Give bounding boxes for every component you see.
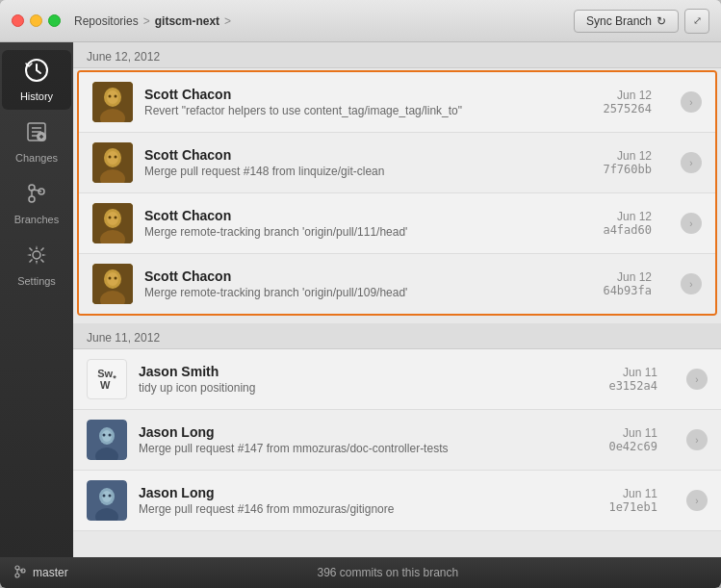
branches-icon (24, 181, 49, 210)
commit-item[interactable]: Scott Chacon Revert "refactor helpers to… (79, 72, 715, 133)
commit-message: Merge pull request #148 from linquize/gi… (144, 165, 603, 178)
commit-hash: 0e42c69 (608, 440, 657, 453)
highlighted-group: Scott Chacon Revert "refactor helpers to… (77, 70, 717, 316)
commit-arrow: › (681, 213, 702, 234)
commit-meta: Jun 12 64b93fa (603, 270, 652, 297)
commit-author: Jason Smith (139, 364, 608, 379)
svg-point-29 (109, 217, 112, 219)
commit-author: Scott Chacon (144, 268, 603, 284)
commit-arrow: › (681, 273, 702, 294)
svg-point-17 (109, 95, 112, 98)
commit-info: Scott Chacon Merge pull request #148 fro… (144, 147, 603, 178)
avatar (87, 420, 127, 460)
avatar (92, 142, 133, 183)
commit-message: Merge remote-tracking branch 'origin/pul… (144, 225, 603, 239)
commit-hash: 7f760bb (603, 163, 652, 176)
commit-author: Scott Chacon (144, 208, 603, 223)
commit-meta: Jun 12 a4fad60 (603, 210, 652, 237)
commit-author: Scott Chacon (144, 87, 603, 102)
sync-branch-label: Sync Branch (586, 14, 652, 28)
commit-hash: a4fad60 (603, 223, 652, 237)
maximize-button[interactable] (48, 14, 61, 27)
commit-arrow: › (681, 91, 702, 113)
commit-message: Merge pull request #146 from mmozuras/gi… (139, 502, 608, 516)
svg-point-36 (115, 277, 117, 280)
settings-icon (24, 243, 49, 271)
breadcrumb-repos[interactable]: Repositories (74, 14, 139, 28)
commit-info: Jason Long Merge pull request #146 from … (139, 485, 608, 516)
branch-indicator[interactable]: master (13, 565, 68, 581)
commit-author: Jason Long (139, 424, 608, 440)
commit-info: Jason Smith tidy up icon positioning (139, 364, 608, 395)
commit-message: Merge remote-tracking branch 'origin/pul… (144, 286, 603, 299)
commit-date: Jun 12 (603, 149, 652, 163)
title-bar: Repositories > gitscm-next > Sync Branch… (0, 0, 721, 42)
commit-hash: 1e71eb1 (608, 500, 657, 514)
expand-icon: ⤢ (693, 14, 702, 27)
svg-point-42 (109, 434, 112, 437)
sidebar-item-settings[interactable]: Settings (2, 235, 71, 294)
commit-author: Scott Chacon (144, 147, 603, 163)
breadcrumb: Repositories > gitscm-next > (74, 14, 574, 28)
sidebar-branches-label: Branches (14, 214, 59, 225)
commit-list-june11: SwW* Jason Smith tidy up icon positionin… (73, 349, 721, 531)
commit-item[interactable]: Scott Chacon Merge remote-tracking branc… (79, 193, 715, 254)
expand-button[interactable]: ⤢ (684, 9, 709, 34)
commit-arrow: › (681, 152, 702, 173)
branch-name: master (33, 566, 68, 579)
commit-date: Jun 12 (603, 89, 652, 102)
svg-point-47 (103, 495, 106, 498)
commit-item[interactable]: Jason Long Merge pull request #147 from … (73, 410, 721, 471)
commit-item[interactable]: Jason Long Merge pull request #146 from … (73, 471, 721, 531)
commit-item[interactable]: SwW* Jason Smith tidy up icon positionin… (73, 349, 721, 410)
minimize-button[interactable] (30, 14, 42, 27)
commit-arrow: › (686, 369, 708, 390)
sidebar-changes-label: Changes (15, 152, 58, 164)
history-icon (24, 58, 49, 87)
date-group-june11: June 11, 2012 SwW* Jason Smith tidy up i… (73, 323, 721, 531)
close-button[interactable] (12, 14, 24, 27)
breadcrumb-current-repo[interactable]: gitscm-next (155, 14, 219, 28)
commit-arrow: › (686, 429, 708, 450)
avatar (92, 264, 133, 304)
commit-meta: Jun 11 e3152a4 (608, 366, 657, 393)
commit-meta: Jun 12 2575264 (603, 89, 652, 115)
svg-point-50 (15, 574, 19, 577)
svg-point-16 (107, 90, 118, 104)
commit-meta: Jun 11 1e71eb1 (608, 487, 657, 514)
commit-info: Jason Long Merge pull request #147 from … (139, 424, 608, 455)
commit-item[interactable]: Scott Chacon Merge pull request #148 fro… (79, 133, 715, 193)
commit-message: Merge pull request #147 from mmozuras/do… (139, 442, 608, 455)
svg-point-34 (107, 272, 118, 286)
commit-date: Jun 11 (608, 487, 657, 500)
sync-branch-button[interactable]: Sync Branch ↻ (574, 10, 679, 33)
commit-date: Jun 12 (603, 210, 652, 223)
app-window: Repositories > gitscm-next > Sync Branch… (0, 0, 721, 588)
sidebar: History Changes (0, 42, 73, 557)
avatar (92, 203, 133, 243)
sync-icon: ↻ (657, 14, 666, 28)
content-area: June 12, 2012 (73, 42, 721, 557)
commit-hash: e3152a4 (608, 379, 657, 393)
svg-point-18 (115, 95, 117, 98)
commit-item[interactable]: Scott Chacon Merge remote-tracking branc… (79, 254, 715, 314)
commit-meta: Jun 12 7f760bb (603, 149, 652, 176)
sidebar-item-branches[interactable]: Branches (2, 173, 71, 233)
svg-point-9 (29, 196, 35, 202)
svg-point-22 (107, 151, 118, 165)
commit-count: 396 commits on this branch (68, 566, 708, 579)
commit-message: Revert "refactor helpers to use content_… (144, 104, 603, 117)
commit-arrow: › (686, 490, 708, 511)
svg-point-41 (103, 434, 106, 437)
svg-point-35 (109, 277, 112, 280)
commit-date: Jun 11 (608, 366, 657, 379)
svg-point-48 (109, 495, 112, 498)
sidebar-item-changes[interactable]: Changes (2, 112, 71, 171)
svg-point-24 (115, 156, 117, 159)
svg-point-12 (33, 251, 40, 259)
breadcrumb-sep1: > (143, 14, 150, 28)
traffic-lights (12, 14, 61, 27)
commit-date: Jun 12 (603, 270, 652, 284)
svg-point-28 (107, 212, 118, 225)
sidebar-item-history[interactable]: History (2, 50, 71, 110)
